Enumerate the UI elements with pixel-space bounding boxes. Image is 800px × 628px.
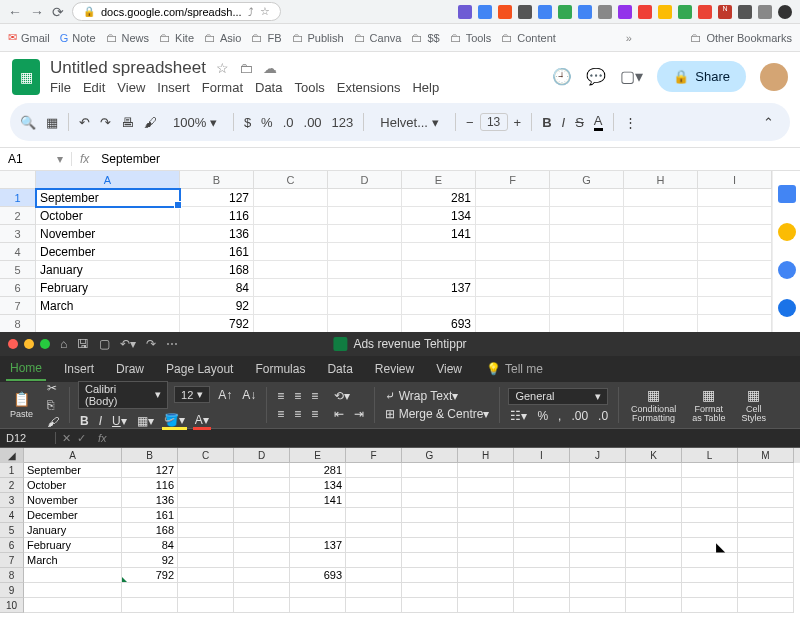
excel-grid[interactable]: ◢ A B C D E F G H I J K L M 1September12…: [0, 448, 800, 613]
tab-formulas[interactable]: Formulas: [251, 358, 309, 380]
menu-insert[interactable]: Insert: [157, 80, 190, 95]
comment-icon[interactable]: 💬: [586, 67, 606, 86]
keep-icon[interactable]: [778, 223, 796, 241]
bold-icon[interactable]: B: [78, 414, 91, 428]
contacts-icon[interactable]: [778, 299, 796, 317]
print-icon[interactable]: 🖶: [121, 115, 134, 130]
border-icon[interactable]: ▦▾: [135, 414, 156, 428]
more-formats-icon[interactable]: 123: [332, 115, 354, 130]
col-header[interactable]: B: [180, 171, 254, 189]
bookmark-tools[interactable]: 🗀Tools: [450, 31, 492, 45]
tell-me[interactable]: 💡Tell me: [486, 362, 543, 376]
tab-insert[interactable]: Insert: [60, 358, 98, 380]
tab-view[interactable]: View: [432, 358, 466, 380]
share-button[interactable]: 🔒 Share: [657, 61, 746, 92]
font-select[interactable]: Calibri (Body)▾: [78, 381, 168, 409]
align-bot-icon[interactable]: ≡: [309, 389, 320, 403]
star-icon[interactable]: ☆: [216, 60, 229, 76]
currency-icon[interactable]: ☷▾: [508, 409, 529, 423]
font-color-icon[interactable]: A▾: [193, 413, 211, 430]
align-right-icon[interactable]: ≡: [309, 407, 320, 421]
conditional-formatting-button[interactable]: ▦ Conditional Formatting: [627, 384, 680, 426]
reload-icon[interactable]: ⟳: [52, 4, 64, 20]
col-header[interactable]: H: [624, 171, 698, 189]
col-header[interactable]: A: [36, 171, 180, 189]
italic-icon[interactable]: I: [97, 414, 104, 428]
increase-font-icon[interactable]: +: [514, 115, 522, 130]
menu-tools[interactable]: Tools: [294, 80, 324, 95]
decrease-decimal-icon[interactable]: .0: [283, 115, 294, 130]
tasks-icon[interactable]: [778, 261, 796, 279]
confirm-icon[interactable]: ✓: [77, 432, 86, 445]
menu-extensions[interactable]: Extensions: [337, 80, 401, 95]
tab-review[interactable]: Review: [371, 358, 418, 380]
bookmark-note[interactable]: GNote: [60, 32, 96, 44]
increase-decimal-icon[interactable]: .00: [304, 115, 322, 130]
save-icon[interactable]: 🖫: [77, 337, 89, 351]
menu-format[interactable]: Format: [202, 80, 243, 95]
star-icon[interactable]: ☆: [260, 5, 270, 18]
percent-icon[interactable]: %: [261, 115, 273, 130]
name-box[interactable]: A1▾: [0, 152, 72, 166]
cell-styles-button[interactable]: ▦ Cell Styles: [738, 384, 771, 426]
bookmark-news[interactable]: 🗀News: [106, 31, 150, 45]
bookmark-gmail[interactable]: ✉Gmail: [8, 31, 50, 44]
strike-icon[interactable]: S: [575, 115, 584, 130]
collapse-toolbar-icon[interactable]: ⌃: [763, 115, 774, 130]
bookmark-money[interactable]: 🗀$$: [411, 31, 439, 45]
menu-view[interactable]: View: [117, 80, 145, 95]
bookmark-kite[interactable]: 🗀Kite: [159, 31, 194, 45]
bookmark-canva[interactable]: 🗀Canva: [354, 31, 402, 45]
indent-dec-icon[interactable]: ⇤: [332, 407, 346, 421]
currency-icon[interactable]: $: [244, 115, 251, 130]
forward-icon[interactable]: →: [30, 4, 44, 20]
bookmark-asio[interactable]: 🗀Asio: [204, 31, 241, 45]
text-color-icon[interactable]: A: [594, 113, 603, 131]
share-url-icon[interactable]: ⤴: [248, 6, 254, 18]
align-left-icon[interactable]: ≡: [275, 407, 286, 421]
col-header[interactable]: F: [476, 171, 550, 189]
calendar-icon[interactable]: [778, 185, 796, 203]
decrease-font-icon[interactable]: −: [466, 115, 474, 130]
menu-file[interactable]: File: [50, 80, 71, 95]
formula-input[interactable]: September: [97, 152, 164, 166]
col-header[interactable]: C: [254, 171, 328, 189]
redo-icon[interactable]: ↷: [100, 115, 111, 130]
zoom-select[interactable]: 100% ▾: [167, 113, 223, 132]
number-format-select[interactable]: General▾: [508, 388, 608, 405]
col-header[interactable]: D: [328, 171, 402, 189]
bookmark-content[interactable]: 🗀Content: [501, 31, 556, 45]
ungroup-icon[interactable]: ▦: [46, 115, 58, 130]
cloud-icon[interactable]: ☁: [263, 60, 277, 76]
more-icon[interactable]: ⋯: [166, 337, 178, 351]
avatar[interactable]: [760, 63, 788, 91]
maximize-window-icon[interactable]: [40, 339, 50, 349]
percent-icon[interactable]: %: [535, 409, 550, 423]
history-icon[interactable]: 🕘: [552, 67, 572, 86]
comma-icon[interactable]: ,: [556, 409, 563, 423]
indent-inc-icon[interactable]: ⇥: [352, 407, 366, 421]
excel-name-box[interactable]: D12: [0, 432, 56, 444]
underline-icon[interactable]: U▾: [110, 414, 129, 428]
undo-icon[interactable]: ↶▾: [120, 337, 136, 351]
col-header[interactable]: E: [402, 171, 476, 189]
back-icon[interactable]: ←: [8, 4, 22, 20]
dec-decimal-icon[interactable]: .0: [596, 409, 610, 423]
orientation-icon[interactable]: ⟲▾: [332, 389, 366, 403]
format-painter-icon[interactable]: 🖌: [45, 415, 61, 429]
format-as-table-button[interactable]: ▦ Format as Table: [688, 384, 729, 426]
bookmark-publish[interactable]: 🗀Publish: [292, 31, 344, 45]
fill-color-icon[interactable]: 🪣▾: [162, 413, 187, 430]
tab-page-layout[interactable]: Page Layout: [162, 358, 237, 380]
menu-data[interactable]: Data: [255, 80, 282, 95]
italic-icon[interactable]: I: [562, 115, 566, 130]
doc-title[interactable]: Untitled spreadsheet: [50, 58, 206, 78]
qat-icon[interactable]: ▢: [99, 337, 110, 351]
decrease-font-icon[interactable]: A↓: [240, 388, 258, 402]
other-bookmarks[interactable]: 🗀Other Bookmarks: [690, 31, 792, 45]
font-size-select[interactable]: 12▾: [174, 386, 210, 403]
search-menus-icon[interactable]: 🔍: [20, 115, 36, 130]
align-top-icon[interactable]: ≡: [275, 389, 286, 403]
cancel-icon[interactable]: ✕: [62, 432, 71, 445]
address-bar[interactable]: 🔒 docs.google.com/spreadsh... ⤴ ☆: [72, 2, 281, 21]
